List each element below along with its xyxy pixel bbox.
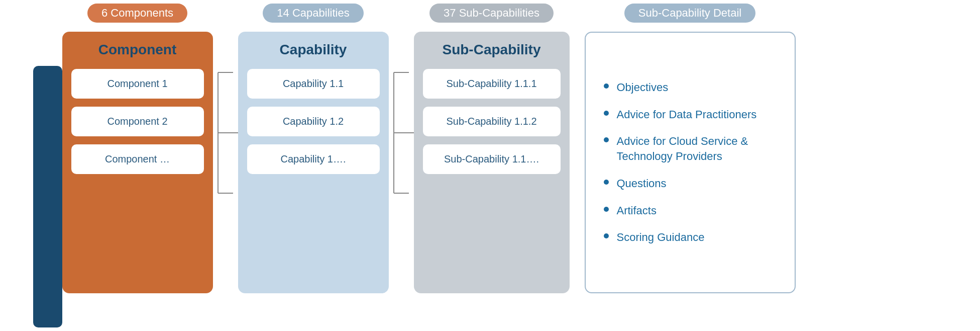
subcapability-card-1[interactable]: Sub-Capability 1.1.1 xyxy=(423,69,561,99)
subcapability-title: Sub-Capability xyxy=(442,42,540,58)
bracket-1-svg xyxy=(213,35,238,231)
detail-item-data-practitioners[interactable]: Advice for Data Practitioners xyxy=(604,107,777,122)
detail-panel-wrapper: Sub-Capability Detail Objectives Advice … xyxy=(585,4,796,293)
detail-item-scoring[interactable]: Scoring Guidance xyxy=(604,230,777,245)
component-card-2[interactable]: Component 2 xyxy=(71,107,204,136)
bullet-artifacts xyxy=(604,207,609,212)
capability-card-2[interactable]: Capability 1.2 xyxy=(247,107,380,136)
component-column-wrapper: 6 Components Component Component 1 Compo… xyxy=(62,4,213,293)
detail-item-artifacts[interactable]: Artifacts xyxy=(604,203,777,218)
subcapability-column-wrapper: 37 Sub-Capabilities Sub-Capability Sub-C… xyxy=(414,4,570,293)
bullet-data-practitioners xyxy=(604,111,609,116)
capability-title: Capability xyxy=(280,42,347,58)
bullet-cloud-providers xyxy=(604,137,609,142)
component-card-1[interactable]: Component 1 xyxy=(71,69,204,99)
component-column: Component Component 1 Component 2 Compon… xyxy=(62,32,213,293)
bracket-2-wrapper xyxy=(389,4,414,231)
subcapability-column: Sub-Capability Sub-Capability 1.1.1 Sub-… xyxy=(414,32,570,293)
detail-panel: Objectives Advice for Data Practitioners… xyxy=(585,32,796,293)
diagram-container: 6 Components Component Component 1 Compo… xyxy=(18,0,962,331)
bullet-objectives xyxy=(604,84,609,89)
capability-card-1[interactable]: Capability 1.1 xyxy=(247,69,380,99)
capability-card-3[interactable]: Capability 1…. xyxy=(247,144,380,174)
subcapability-header: 37 Sub-Capabilities xyxy=(429,4,554,23)
component-title: Component xyxy=(98,42,177,58)
component-header: 6 Components xyxy=(87,4,187,23)
capability-column: Capability Capability 1.1 Capability 1.2… xyxy=(238,32,389,293)
detail-header: Sub-Capability Detail xyxy=(624,4,755,23)
bracket-2-svg xyxy=(389,35,414,231)
capability-header: 14 Capabilities xyxy=(263,4,363,23)
detail-item-objectives[interactable]: Objectives xyxy=(604,80,777,95)
bullet-scoring xyxy=(604,233,609,238)
bracket-1-wrapper xyxy=(213,4,238,231)
bullet-questions xyxy=(604,180,609,185)
subcapability-card-3[interactable]: Sub-Capability 1.1…. xyxy=(423,144,561,174)
subcapability-card-2[interactable]: Sub-Capability 1.1.2 xyxy=(423,107,561,136)
detail-item-questions[interactable]: Questions xyxy=(604,176,777,191)
component-card-3[interactable]: Component … xyxy=(71,144,204,174)
detail-item-cloud-providers[interactable]: Advice for Cloud Service & Technology Pr… xyxy=(604,134,777,163)
capability-column-wrapper: 14 Capabilities Capability Capability 1.… xyxy=(238,4,389,293)
sidebar-strip xyxy=(33,4,62,327)
